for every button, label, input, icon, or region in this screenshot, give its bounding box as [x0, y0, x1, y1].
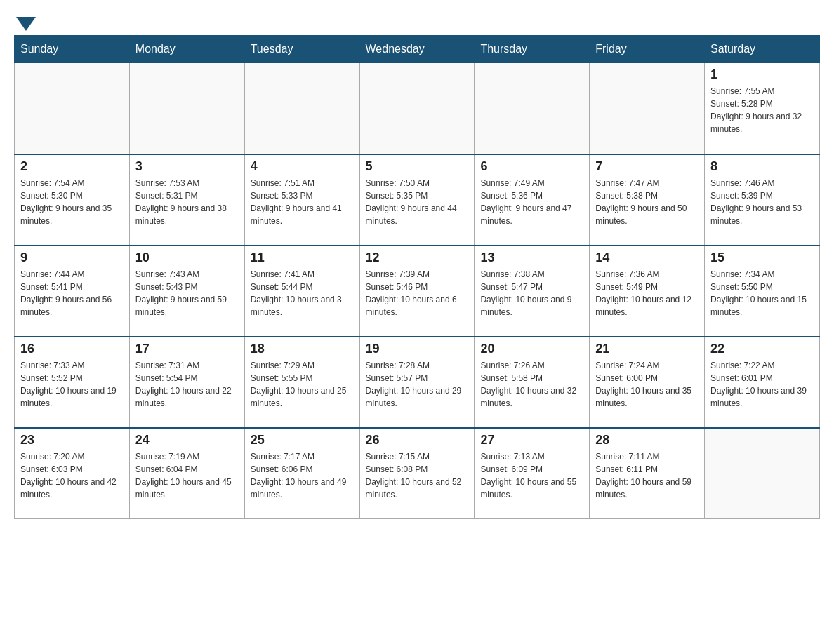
day-info-line: Sunrise: 7:28 AM — [366, 359, 469, 372]
day-info-line: Daylight: 10 hours and 59 minutes. — [595, 476, 699, 501]
day-info-line: Sunset: 5:33 PM — [251, 189, 354, 202]
calendar-cell: 1Sunrise: 7:55 AMSunset: 5:28 PMDaylight… — [705, 63, 820, 154]
day-info-line: Sunset: 5:52 PM — [20, 372, 124, 384]
day-number: 2 — [20, 159, 124, 174]
day-number: 20 — [480, 342, 583, 356]
calendar-cell: 8Sunrise: 7:46 AMSunset: 5:39 PMDaylight… — [705, 154, 820, 246]
calendar-cell: 3Sunrise: 7:53 AMSunset: 5:31 PMDaylight… — [129, 154, 244, 246]
day-info-line: Sunrise: 7:26 AM — [480, 359, 583, 372]
calendar-table: SundayMondayTuesdayWednesdayThursdayFrid… — [14, 35, 820, 519]
calendar-cell: 6Sunrise: 7:49 AMSunset: 5:36 PMDaylight… — [475, 154, 590, 246]
day-info-line: Sunset: 6:04 PM — [135, 463, 239, 476]
day-info-line: Sunset: 5:28 PM — [710, 98, 814, 110]
day-info-line: Daylight: 9 hours and 35 minutes. — [20, 202, 124, 227]
calendar-cell: 4Sunrise: 7:51 AMSunset: 5:33 PMDaylight… — [244, 154, 359, 246]
day-info-line: Daylight: 10 hours and 39 minutes. — [710, 384, 814, 410]
day-info-line: Sunrise: 7:54 AM — [20, 177, 124, 189]
calendar-cell: 21Sunrise: 7:24 AMSunset: 6:00 PMDayligh… — [590, 337, 705, 428]
day-info-line: Sunrise: 7:29 AM — [251, 359, 354, 372]
day-info-line: Sunrise: 7:17 AM — [251, 450, 354, 463]
day-number: 10 — [135, 250, 239, 265]
day-info-line: Sunrise: 7:49 AM — [480, 177, 583, 189]
day-info-line: Daylight: 10 hours and 6 minutes. — [366, 293, 469, 318]
day-info-line: Sunrise: 7:22 AM — [710, 359, 814, 372]
day-info-line: Daylight: 9 hours and 41 minutes. — [251, 202, 354, 227]
day-info-line: Daylight: 9 hours and 32 minutes. — [710, 110, 814, 135]
calendar-cell: 14Sunrise: 7:36 AMSunset: 5:49 PMDayligh… — [590, 246, 705, 337]
day-number: 13 — [480, 250, 583, 265]
day-info-line: Daylight: 9 hours and 44 minutes. — [366, 202, 469, 227]
day-info-line: Sunrise: 7:19 AM — [135, 450, 239, 463]
day-info-line: Sunset: 5:35 PM — [366, 189, 469, 202]
logo-triangle-icon — [16, 17, 36, 31]
calendar-cell: 16Sunrise: 7:33 AMSunset: 5:52 PMDayligh… — [15, 337, 130, 428]
day-info-line: Sunset: 5:55 PM — [251, 372, 354, 384]
day-info-line: Sunset: 5:54 PM — [135, 372, 239, 384]
day-number: 21 — [595, 342, 699, 356]
day-number: 14 — [595, 250, 699, 265]
day-info-line: Sunset: 5:58 PM — [480, 372, 583, 384]
calendar-cell: 22Sunrise: 7:22 AMSunset: 6:01 PMDayligh… — [705, 337, 820, 428]
calendar-week-row: 23Sunrise: 7:20 AMSunset: 6:03 PMDayligh… — [15, 428, 820, 519]
day-info-line: Sunrise: 7:24 AM — [595, 359, 699, 372]
weekday-header-row: SundayMondayTuesdayWednesdayThursdayFrid… — [15, 36, 820, 63]
day-info-line: Sunrise: 7:43 AM — [135, 268, 239, 281]
day-number: 11 — [251, 250, 354, 265]
day-info-line: Sunset: 5:31 PM — [135, 189, 239, 202]
day-info-line: Sunrise: 7:44 AM — [20, 268, 124, 281]
day-info-line: Sunset: 6:11 PM — [595, 463, 699, 476]
weekday-header-monday: Monday — [129, 36, 244, 63]
day-number: 5 — [366, 159, 469, 174]
calendar-week-row: 1Sunrise: 7:55 AMSunset: 5:28 PMDaylight… — [15, 63, 820, 154]
calendar-cell: 10Sunrise: 7:43 AMSunset: 5:43 PMDayligh… — [129, 246, 244, 337]
calendar-cell — [705, 428, 820, 519]
day-info-line: Daylight: 10 hours and 55 minutes. — [480, 476, 583, 501]
calendar-cell — [359, 63, 475, 154]
calendar-cell: 13Sunrise: 7:38 AMSunset: 5:47 PMDayligh… — [475, 246, 590, 337]
day-info-line: Sunrise: 7:38 AM — [480, 268, 583, 281]
day-info-line: Sunrise: 7:13 AM — [480, 450, 583, 463]
calendar-cell: 12Sunrise: 7:39 AMSunset: 5:46 PMDayligh… — [359, 246, 475, 337]
logo — [14, 14, 38, 28]
calendar-cell: 7Sunrise: 7:47 AMSunset: 5:38 PMDaylight… — [590, 154, 705, 246]
calendar-cell: 19Sunrise: 7:28 AMSunset: 5:57 PMDayligh… — [359, 337, 475, 428]
calendar-cell: 23Sunrise: 7:20 AMSunset: 6:03 PMDayligh… — [15, 428, 130, 519]
day-number: 15 — [710, 250, 814, 265]
day-number: 22 — [710, 342, 814, 356]
day-info-line: Daylight: 9 hours and 59 minutes. — [135, 293, 239, 318]
calendar-cell: 15Sunrise: 7:34 AMSunset: 5:50 PMDayligh… — [705, 246, 820, 337]
day-info-line: Daylight: 10 hours and 9 minutes. — [480, 293, 583, 318]
day-info-line: Sunset: 5:38 PM — [595, 189, 699, 202]
day-info-line: Sunset: 6:06 PM — [251, 463, 354, 476]
page-header — [14, 14, 820, 28]
day-number: 28 — [595, 433, 699, 448]
weekday-header-wednesday: Wednesday — [359, 36, 475, 63]
day-info-line: Daylight: 9 hours and 50 minutes. — [595, 202, 699, 227]
day-info-line: Sunset: 6:08 PM — [366, 463, 469, 476]
day-info-line: Daylight: 9 hours and 38 minutes. — [135, 202, 239, 227]
weekday-header-tuesday: Tuesday — [244, 36, 359, 63]
day-info-line: Sunrise: 7:20 AM — [20, 450, 124, 463]
weekday-header-thursday: Thursday — [475, 36, 590, 63]
day-info-line: Daylight: 9 hours and 56 minutes. — [20, 293, 124, 318]
calendar-week-row: 9Sunrise: 7:44 AMSunset: 5:41 PMDaylight… — [15, 246, 820, 337]
day-info-line: Sunset: 5:46 PM — [366, 281, 469, 293]
day-info-line: Daylight: 10 hours and 22 minutes. — [135, 384, 239, 410]
day-info-line: Daylight: 9 hours and 53 minutes. — [710, 202, 814, 227]
day-number: 8 — [710, 159, 814, 174]
calendar-cell: 27Sunrise: 7:13 AMSunset: 6:09 PMDayligh… — [475, 428, 590, 519]
day-info-line: Daylight: 10 hours and 29 minutes. — [366, 384, 469, 410]
calendar-cell — [244, 63, 359, 154]
day-info-line: Sunrise: 7:36 AM — [595, 268, 699, 281]
day-info-line: Sunset: 6:03 PM — [20, 463, 124, 476]
day-info-line: Daylight: 10 hours and 42 minutes. — [20, 476, 124, 501]
calendar-cell: 28Sunrise: 7:11 AMSunset: 6:11 PMDayligh… — [590, 428, 705, 519]
calendar-cell — [129, 63, 244, 154]
day-number: 1 — [710, 67, 814, 82]
day-info-line: Sunset: 5:47 PM — [480, 281, 583, 293]
day-info-line: Sunset: 5:30 PM — [20, 189, 124, 202]
calendar-cell — [475, 63, 590, 154]
day-number: 25 — [251, 433, 354, 448]
day-info-line: Sunset: 5:44 PM — [251, 281, 354, 293]
day-info-line: Sunset: 6:00 PM — [595, 372, 699, 384]
